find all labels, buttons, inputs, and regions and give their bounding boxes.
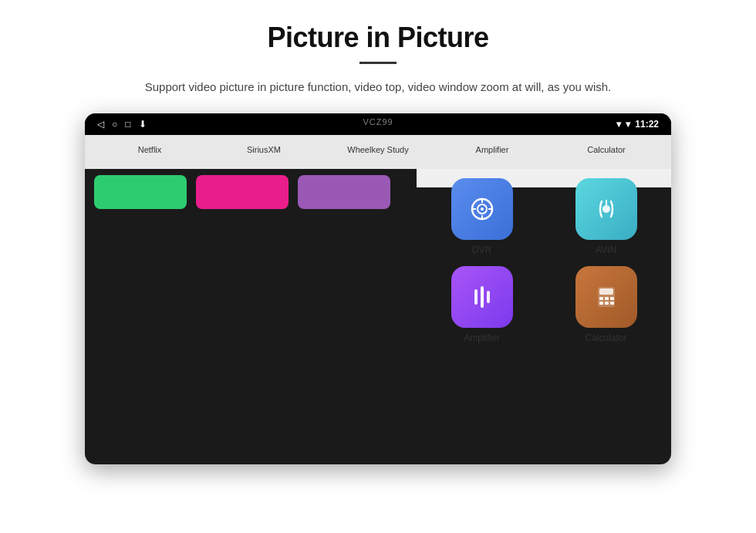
page-title: Picture in Picture xyxy=(267,22,488,54)
dvr-icon xyxy=(451,178,513,240)
wifi-status-icon: ▾ xyxy=(626,119,630,130)
wheelkey-label: Wheelkey Study xyxy=(347,145,408,154)
bottom-app-calculator-bottom[interactable]: Calculator xyxy=(549,145,663,154)
watermark: VCZ99 xyxy=(363,117,393,127)
title-divider xyxy=(359,62,397,64)
recents-nav-icon[interactable]: □ xyxy=(125,119,130,130)
svg-rect-11 xyxy=(487,291,490,303)
app-grid-area: DVR AVIN xyxy=(417,169,671,187)
amplifier-icon xyxy=(451,266,513,328)
amplifier-bottom-label: Amplifier xyxy=(476,145,509,154)
svg-rect-10 xyxy=(481,286,484,308)
page-description: Support video picture in picture functio… xyxy=(145,78,611,96)
app-avin[interactable]: AVIN xyxy=(552,178,660,255)
app-dvr[interactable]: DVR xyxy=(427,178,536,255)
location-status-icon: ▾ xyxy=(616,119,621,130)
status-bar-right: ▾ ▾ 11:22 xyxy=(616,119,659,130)
top-app-btn-green[interactable] xyxy=(94,175,187,209)
status-bar-left: ◁ ○ □ ⬇ xyxy=(97,119,147,130)
avin-icon xyxy=(575,178,637,240)
top-apps-row xyxy=(85,169,417,215)
svg-rect-13 xyxy=(599,288,613,295)
bottom-app-wheelkey[interactable]: Wheelkey Study xyxy=(321,145,435,154)
home-nav-icon[interactable]: ○ xyxy=(112,119,117,130)
top-app-btn-pink[interactable] xyxy=(196,175,289,209)
svg-rect-14 xyxy=(599,297,603,300)
calculator-label: Calculator xyxy=(585,332,626,343)
amplifier-label: Amplifier xyxy=(464,332,500,343)
svg-rect-18 xyxy=(605,302,609,305)
download-icon: ⬇ xyxy=(139,119,147,130)
page-wrapper: Picture in Picture Support video picture… xyxy=(0,0,756,533)
svg-rect-19 xyxy=(610,302,614,305)
back-nav-icon[interactable]: ◁ xyxy=(97,119,104,130)
top-app-btn-purple[interactable] xyxy=(298,175,390,209)
bottom-app-siriusxm[interactable]: SiriusXM xyxy=(207,145,321,154)
app-amplifier[interactable]: Amplifier xyxy=(427,266,536,343)
svg-rect-15 xyxy=(605,297,609,300)
svg-point-2 xyxy=(481,207,484,211)
svg-point-7 xyxy=(602,205,610,213)
svg-rect-17 xyxy=(599,302,603,305)
netflix-label: Netflix xyxy=(138,145,162,154)
device-frame: ◁ ○ □ ⬇ ▾ ▾ 11:22 ⌂ ⚡ ▾ 5:28 PM 📷 🔊 xyxy=(85,113,671,464)
bottom-app-netflix[interactable]: Netflix xyxy=(93,145,207,154)
calculator-icon xyxy=(575,266,637,328)
status-time: 11:22 xyxy=(635,119,659,130)
bottom-app-amplifier-bottom[interactable]: Amplifier xyxy=(435,145,549,154)
app-calculator[interactable]: Calculator xyxy=(552,266,660,343)
siriusxm-label: SiriusXM xyxy=(247,145,281,154)
avin-label: AVIN xyxy=(596,245,616,255)
calculator-bottom-label: Calculator xyxy=(587,145,626,154)
svg-rect-16 xyxy=(610,297,614,300)
svg-rect-9 xyxy=(474,289,478,305)
dvr-label: DVR xyxy=(472,245,491,255)
